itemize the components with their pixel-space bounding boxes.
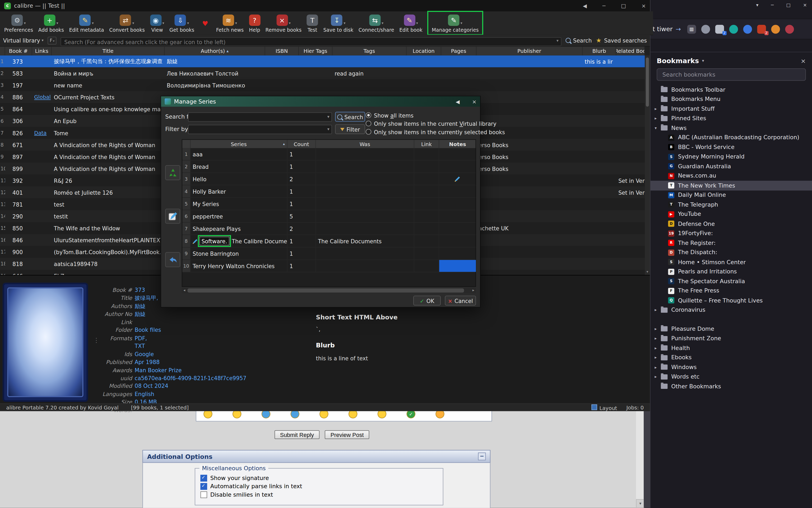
bookmark-item[interactable]: F The Free Press xyxy=(650,286,812,296)
dropdown-arrow-icon[interactable] xyxy=(382,21,383,25)
notes-column-header[interactable]: Notes xyxy=(439,140,476,148)
maximize-icon[interactable]: □ xyxy=(786,3,790,8)
toolbar-item[interactable]: ⇆ Connect/share xyxy=(356,13,397,33)
link-cell[interactable] xyxy=(414,161,439,172)
book-cover[interactable] xyxy=(3,283,88,402)
preview-post-button[interactable]: Preview Post xyxy=(325,430,370,439)
column-header[interactable]: Publisher xyxy=(476,46,583,55)
search-for-combo[interactable] xyxy=(188,112,332,122)
notes-cell[interactable] xyxy=(439,185,476,197)
series-cell[interactable]: My Series xyxy=(190,198,288,210)
minimize-icon[interactable]: ─ xyxy=(602,3,606,9)
series-row[interactable]: 9 Stone Barrington 1 xyxy=(182,248,475,260)
detail-value[interactable]: 励媫 xyxy=(135,302,145,310)
chevron-icon[interactable]: ▸ xyxy=(654,327,661,331)
collapse-icon[interactable]: ◀ xyxy=(456,98,460,104)
notes-cell[interactable] xyxy=(439,210,476,222)
bookmark-item[interactable]: N News.com.au xyxy=(650,171,812,181)
chevron-icon[interactable]: ▸ xyxy=(654,355,661,360)
series-row[interactable]: 10 Terry Henry Walton Chronicles 1 xyxy=(182,260,475,272)
notes-cell[interactable] xyxy=(439,248,476,259)
bookmark-item[interactable]: ▸ Ebooks xyxy=(650,353,812,363)
saved-searches-button[interactable]: ★ Saved searches xyxy=(596,37,647,44)
detail-value[interactable]: 08 Oct 2024 xyxy=(135,382,168,390)
column-header[interactable]: Tags xyxy=(332,46,407,55)
chevron-icon[interactable]: ▸ xyxy=(654,365,661,370)
bookmark-item[interactable]: ▸ Pleasure Dome xyxy=(650,324,812,334)
virtual-library-button[interactable]: Virtual library xyxy=(3,37,44,44)
dropdown-arrow-icon[interactable] xyxy=(289,21,291,25)
collapse-panel-icon[interactable]: ◀ xyxy=(583,3,587,9)
notes-cell[interactable] xyxy=(439,161,476,172)
dropdown-arrow-icon[interactable] xyxy=(461,21,462,25)
dropdown-arrow-icon[interactable] xyxy=(187,21,189,25)
link-cell[interactable] xyxy=(414,210,439,222)
series-cell[interactable]: Stone Barrington xyxy=(190,248,288,259)
dropdown-arrow-icon[interactable] xyxy=(235,21,237,25)
series-row[interactable]: 1 aaa 1 xyxy=(182,148,475,161)
detail-value[interactable]: Man Booker Prize xyxy=(135,367,182,374)
link-cell[interactable] xyxy=(414,148,439,160)
detail-value[interactable]: 励媫 xyxy=(135,310,145,327)
undo-button[interactable] xyxy=(165,252,180,267)
bookmark-item[interactable]: T The Telegraph xyxy=(650,200,812,210)
scroll-down-icon[interactable]: ▾ xyxy=(645,270,650,274)
filter-by-combo[interactable] xyxy=(188,125,332,134)
close-sidebar-icon[interactable]: × xyxy=(801,57,806,65)
series-cell[interactable]: Software. The Calibre Documents xyxy=(190,235,288,247)
detail-value[interactable]: TXT xyxy=(135,342,145,350)
dropdown-arrow-icon[interactable] xyxy=(163,21,164,25)
bookmark-item[interactable]: ▸ Health xyxy=(650,343,812,353)
bookmark-item[interactable]: S The Spectator Australia xyxy=(650,277,812,286)
bookmark-item[interactable]: ▸ Punishment Zone xyxy=(650,334,812,343)
extension-icon[interactable] xyxy=(743,25,752,33)
checkbox[interactable] xyxy=(201,474,207,481)
detail-value[interactable]: Apr 1988 xyxy=(135,358,160,366)
recycle-button[interactable] xyxy=(165,165,180,180)
layout-button[interactable]: Layout xyxy=(592,404,617,411)
toolbar-item[interactable]: ♥ xyxy=(197,16,214,30)
checkbox-row[interactable]: Automatically parse links in text xyxy=(201,483,302,490)
dropdown-arrow-icon[interactable] xyxy=(92,21,94,25)
extension-icon[interactable]: 2 xyxy=(757,25,766,33)
bookmark-item[interactable]: Q Quillette – Free Thought Lives xyxy=(650,296,812,305)
column-header[interactable]: Related Boo xyxy=(616,46,645,55)
dialog-filter-button[interactable]: Filter xyxy=(335,124,365,134)
bookmark-item[interactable]: ▸ Words etc xyxy=(650,372,812,381)
toolbar-item[interactable]: + Add books xyxy=(36,13,67,33)
links-cell[interactable]: Data xyxy=(34,130,46,136)
dropdown-arrow-icon[interactable] xyxy=(24,21,26,25)
book-list-scrollbar[interactable]: ▾ xyxy=(645,55,650,275)
notes-cell[interactable] xyxy=(439,260,476,272)
column-header[interactable]: Pages xyxy=(441,46,476,55)
selected-note-cell[interactable] xyxy=(439,260,476,272)
link-cell[interactable] xyxy=(414,223,439,235)
book-row[interactable]: 2 583 Война и миръ Лев Николаевич Толсто… xyxy=(0,67,645,79)
bookmark-item[interactable]: S Sydney Morning Herald xyxy=(650,152,812,161)
series-cell[interactable]: Hello xyxy=(190,173,288,185)
radio-option[interactable]: Show all items xyxy=(366,112,505,118)
detail-value[interactable]: Google xyxy=(135,350,154,358)
detail-value[interactable]: Book files xyxy=(135,326,161,334)
bookmark-item[interactable]: ▸ Pinned Sites xyxy=(650,114,812,123)
radio-icon[interactable] xyxy=(366,129,372,135)
checkbox[interactable] xyxy=(201,483,207,490)
bookmark-item[interactable]: P Pearls and Irritations xyxy=(650,267,812,276)
link-cell[interactable] xyxy=(414,198,439,210)
scrollbar-thumb[interactable] xyxy=(646,57,649,107)
bookmark-item[interactable]: T The New York Times xyxy=(650,181,812,190)
scroll-right-icon[interactable]: ▸ xyxy=(471,289,476,293)
search-button[interactable]: Search xyxy=(565,37,592,44)
bookmark-item[interactable]: D Defense One xyxy=(650,219,812,228)
link-cell[interactable] xyxy=(414,260,439,272)
close-icon[interactable]: × xyxy=(642,3,646,9)
series-row[interactable]: 7 Shakepeare Plays 2 xyxy=(182,223,475,235)
chevron-icon[interactable]: ▸ xyxy=(654,107,661,111)
detail-value[interactable]: English xyxy=(135,390,154,398)
notes-cell[interactable] xyxy=(439,148,476,160)
toolbar-item[interactable]: ◉ View xyxy=(147,13,167,33)
scroll-down-icon[interactable]: ▾ xyxy=(636,499,645,508)
chevron-icon[interactable]: ▸ xyxy=(654,336,661,341)
series-cell[interactable]: Terry Henry Walton Chronicles xyxy=(190,260,288,272)
series-row[interactable]: 6 peppertree 5 xyxy=(182,210,475,223)
